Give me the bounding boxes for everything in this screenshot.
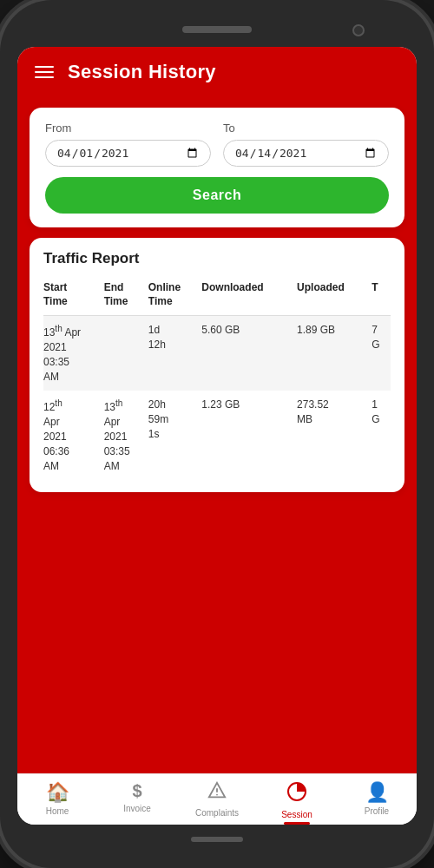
- end-time-2: 13thApr202103:35AM: [104, 391, 148, 480]
- nav-label-profile: Profile: [365, 806, 389, 816]
- report-card: Traffic Report StartTime EndTime OnlineT…: [30, 238, 404, 492]
- profile-icon: 👤: [365, 781, 389, 804]
- online-time-1: 1d12h: [148, 316, 202, 391]
- session-icon: [286, 781, 307, 807]
- total-2: 1G: [372, 391, 391, 480]
- to-date-wrapper: [223, 140, 389, 167]
- app-header: Session History: [17, 47, 417, 97]
- start-time-1: 13th Apr202103:35AM: [43, 316, 104, 391]
- phone-speaker: [182, 26, 252, 33]
- start-time-2: 12thApr202106:36AM: [43, 391, 104, 480]
- end-time-1: [104, 316, 148, 391]
- nav-item-session[interactable]: Session: [257, 781, 337, 819]
- page-title: Session History: [68, 61, 216, 83]
- date-row: From To: [45, 122, 389, 167]
- col-online-time: OnlineTime: [148, 278, 202, 316]
- bottom-nav: 🏠 Home $ Invoice Complaints: [17, 773, 417, 825]
- downloaded-1: 5.60 GB: [201, 316, 297, 391]
- hamburger-menu-button[interactable]: [35, 66, 54, 78]
- report-title: Traffic Report: [43, 250, 391, 267]
- filter-card: From To Search: [30, 108, 404, 227]
- phone-screen: Session History From To: [17, 47, 417, 825]
- nav-label-home: Home: [46, 806, 69, 816]
- col-total: T: [372, 278, 391, 316]
- to-date-field: To: [223, 122, 389, 167]
- table-row: 13th Apr202103:35AM 1d12h 5.60 GB 1.89 G…: [43, 316, 391, 391]
- downloaded-2: 1.23 GB: [201, 391, 297, 480]
- nav-label-invoice: Invoice: [123, 804, 151, 813]
- col-start-time: StartTime: [43, 278, 104, 316]
- nav-label-session: Session: [281, 810, 312, 819]
- col-uploaded: Uploaded: [297, 278, 372, 316]
- nav-item-home[interactable]: 🏠 Home: [17, 781, 97, 819]
- from-date-input[interactable]: [56, 146, 200, 161]
- invoice-icon: $: [132, 781, 141, 801]
- nav-label-complaints: Complaints: [195, 808, 239, 818]
- nav-item-profile[interactable]: 👤 Profile: [337, 781, 417, 819]
- complaints-icon: [207, 781, 227, 806]
- col-end-time: EndTime: [104, 278, 148, 316]
- nav-item-complaints[interactable]: Complaints: [177, 781, 257, 819]
- online-time-2: 20h59m1s: [148, 391, 202, 480]
- phone-frame: Session History From To: [0, 0, 434, 868]
- to-label: To: [223, 122, 389, 135]
- traffic-table: StartTime EndTime OnlineTime Downloaded …: [43, 278, 391, 480]
- table-row: 12thApr202106:36AM 13thApr202103:35AM 20…: [43, 391, 391, 480]
- app-content: From To Search Traffic Rep: [17, 97, 417, 773]
- svg-point-2: [216, 794, 218, 796]
- phone-camera: [352, 24, 365, 36]
- uploaded-1: 1.89 GB: [297, 316, 372, 391]
- nav-item-invoice[interactable]: $ Invoice: [97, 781, 177, 819]
- home-icon: 🏠: [46, 781, 69, 804]
- from-date-wrapper: [45, 140, 211, 167]
- from-date-field: From: [45, 122, 211, 167]
- traffic-table-wrapper: StartTime EndTime OnlineTime Downloaded …: [43, 278, 391, 480]
- to-date-input[interactable]: [234, 146, 378, 161]
- home-indicator: [191, 837, 243, 842]
- uploaded-2: 273.52MB: [297, 391, 372, 480]
- total-1: 7G: [372, 316, 391, 391]
- from-label: From: [45, 122, 211, 135]
- search-button[interactable]: Search: [45, 177, 389, 214]
- col-downloaded: Downloaded: [201, 278, 297, 316]
